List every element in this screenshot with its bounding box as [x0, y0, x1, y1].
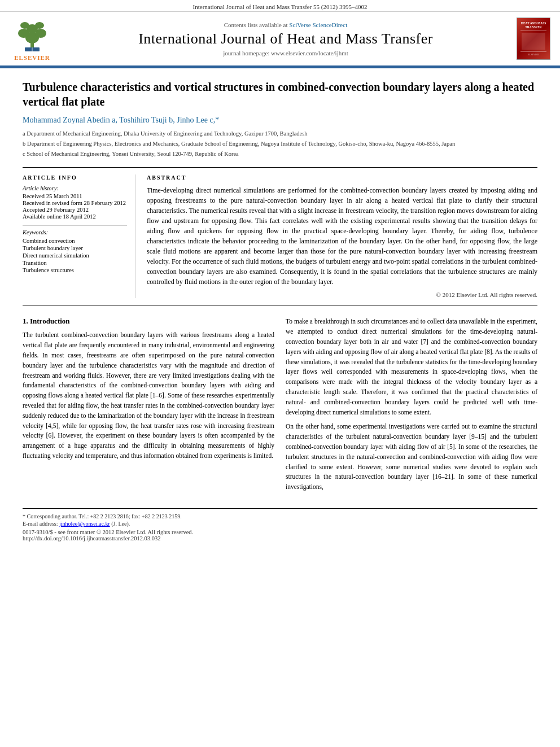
- keyword-1: Combined convection: [23, 238, 127, 244]
- journal-main-title: International Journal of Heat and Mass T…: [58, 30, 514, 47]
- keyword-3: Direct numerical simulation: [23, 252, 127, 259]
- elsevier-logo: ELSEVIER: [7, 16, 58, 61]
- intro-paragraph-right-1: To make a breakthrough in such circumsta…: [286, 317, 537, 417]
- keyword-4: Transition: [23, 260, 127, 266]
- accepted-date: Accepted 29 February 2012: [23, 207, 127, 213]
- sciverse-link[interactable]: SciVerse ScienceDirect: [289, 21, 347, 28]
- journal-reference-text: International Journal of Heat and Mass T…: [193, 3, 368, 10]
- email-label: E-mail address:: [23, 521, 58, 527]
- section1-number: 1.: [23, 317, 28, 325]
- abstract-column: ABSTRACT Time-developing direct numerica…: [147, 174, 537, 298]
- doi-line: http://dx.doi.org/10.1016/j.ijheatmasstr…: [23, 535, 537, 541]
- keywords-section: Keywords: Combined convection Turbulent …: [23, 225, 127, 273]
- section1-right-text: To make a breakthrough in such circumsta…: [286, 317, 537, 492]
- svg-point-6: [35, 22, 44, 29]
- cover-title-text: HEAT AND MASS TRANSFER: [519, 21, 548, 29]
- authors-line: Mohammad Zoynal Abedin a, Toshihiro Tsuj…: [23, 116, 537, 125]
- footnote-star-text: * Corresponding author. Tel.: +82 2 2123…: [23, 513, 182, 519]
- page-footer: * Corresponding author. Tel.: +82 2 2123…: [23, 508, 537, 544]
- contents-line: Contents lists available at SciVerse Sci…: [58, 21, 514, 28]
- issn-line: 0017-9310/$ - see front matter © 2012 El…: [23, 529, 537, 535]
- journal-title-block: Contents lists available at SciVerse Sci…: [58, 21, 514, 56]
- affiliation-c: c School of Mechanical Engineering, Yons…: [23, 150, 537, 159]
- footer-copyright: 0017-9310/$ - see front matter © 2012 El…: [23, 529, 537, 541]
- abstract-paragraph: Time-developing direct numerical simulat…: [147, 185, 537, 287]
- received-date: Received 25 March 2011: [23, 193, 127, 199]
- elsevier-tree-icon: [12, 16, 52, 53]
- main-content: Turbulence characteristics and vortical …: [0, 68, 560, 555]
- article-history: Article history: Received 25 March 2011 …: [23, 185, 127, 220]
- article-info-label: ARTICLE INFO: [23, 174, 127, 181]
- journal-reference-bar: International Journal of Heat and Mass T…: [0, 0, 560, 12]
- footnote-star: * Corresponding author. Tel.: +82 2 2123…: [23, 513, 537, 519]
- article-info-abstract-section: ARTICLE INFO Article history: Received 2…: [23, 167, 537, 305]
- abstract-text: Time-developing direct numerical simulat…: [147, 185, 537, 287]
- paper-title: Turbulence characteristics and vortical …: [23, 80, 537, 109]
- author-names: Mohammad Zoynal Abedin a, Toshihiro Tsuj…: [23, 116, 219, 124]
- journal-cover-image: HEAT AND MASS TRANSFER ELSEVIER: [514, 18, 553, 60]
- article-info-column: ARTICLE INFO Article history: Received 2…: [23, 174, 135, 298]
- journal-header: ELSEVIER Contents lists available at Sci…: [0, 12, 560, 67]
- intro-paragraph-1: The turbulent combined-convection bounda…: [23, 330, 274, 461]
- article-history-label: Article history:: [23, 185, 127, 191]
- journal-homepage: journal homepage: www.elsevier.com/locat…: [58, 50, 514, 56]
- section1-title: Introduction: [30, 317, 70, 325]
- keyword-5: Turbulence structures: [23, 267, 127, 273]
- keywords-label: Keywords:: [23, 229, 127, 235]
- copyright-line: © 2012 Elsevier Ltd. All rights reserved…: [147, 291, 537, 298]
- intro-paragraph-right-2: On the other hand, some experimental inv…: [286, 422, 537, 492]
- available-date: Available online 18 April 2012: [23, 213, 127, 220]
- affiliation-a: a Department of Mechanical Engineering, …: [23, 129, 537, 138]
- email-link[interactable]: jinholee@yonsei.ac.kr: [59, 521, 110, 527]
- keyword-2: Turbulent boundary layer: [23, 245, 127, 251]
- elsevier-brand-text: ELSEVIER: [14, 54, 50, 61]
- body-right-column: To make a breakthrough in such circumsta…: [286, 317, 537, 497]
- body-left-column: 1. Introduction The turbulent combined-c…: [23, 317, 274, 497]
- revised-date: Received in revised form 28 February 201…: [23, 200, 127, 206]
- footnote-email: E-mail address: jinholee@yonsei.ac.kr (J…: [23, 521, 537, 527]
- abstract-label: ABSTRACT: [147, 174, 537, 181]
- svg-point-5: [20, 22, 29, 29]
- section1-heading: 1. Introduction: [23, 317, 274, 326]
- body-section: 1. Introduction The turbulent combined-c…: [23, 317, 537, 497]
- cover-box: HEAT AND MASS TRANSFER ELSEVIER: [517, 18, 550, 60]
- section1-left-text: The turbulent combined-convection bounda…: [23, 330, 274, 461]
- affiliation-b: b Department of Engineering Physics, Ele…: [23, 139, 537, 148]
- affiliations-block: a Department of Mechanical Engineering, …: [23, 129, 537, 158]
- email-suffix: (J. Lee).: [111, 521, 130, 527]
